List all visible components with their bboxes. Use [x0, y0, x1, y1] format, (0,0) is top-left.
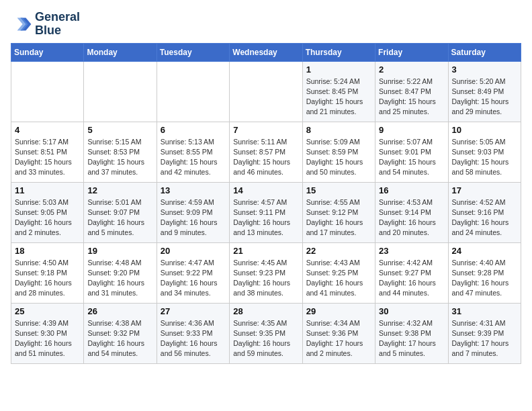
- page-header: General Blue: [11, 11, 521, 38]
- calendar-cell: 18Sunrise: 4:50 AM Sunset: 9:18 PM Dayli…: [11, 242, 84, 303]
- calendar-cell: 5Sunrise: 5:15 AM Sunset: 8:53 PM Daylig…: [84, 122, 157, 182]
- day-info: Sunrise: 5:13 AM Sunset: 8:55 PM Dayligh…: [161, 137, 226, 178]
- day-info: Sunrise: 4:43 AM Sunset: 9:25 PM Dayligh…: [306, 258, 371, 299]
- day-number: 30: [379, 306, 444, 316]
- calendar-cell: 27Sunrise: 4:36 AM Sunset: 9:33 PM Dayli…: [157, 303, 229, 363]
- day-info: Sunrise: 4:36 AM Sunset: 9:33 PM Dayligh…: [161, 318, 226, 359]
- day-header-friday: Friday: [375, 43, 448, 61]
- day-number: 24: [452, 246, 517, 256]
- day-number: 4: [15, 125, 80, 135]
- calendar-cell: 17Sunrise: 4:52 AM Sunset: 9:16 PM Dayli…: [448, 182, 521, 242]
- day-info: Sunrise: 4:34 AM Sunset: 9:36 PM Dayligh…: [306, 318, 371, 359]
- calendar-week-row: 1Sunrise: 5:24 AM Sunset: 8:45 PM Daylig…: [11, 61, 521, 122]
- calendar-header-row: SundayMondayTuesdayWednesdayThursdayFrid…: [11, 43, 521, 61]
- day-number: 15: [306, 185, 371, 195]
- calendar-cell: 29Sunrise: 4:34 AM Sunset: 9:36 PM Dayli…: [302, 303, 375, 363]
- day-number: 26: [87, 306, 152, 316]
- calendar-week-row: 18Sunrise: 4:50 AM Sunset: 9:18 PM Dayli…: [11, 242, 521, 303]
- calendar-cell: 7Sunrise: 5:11 AM Sunset: 8:57 PM Daylig…: [230, 122, 302, 182]
- day-info: Sunrise: 5:05 AM Sunset: 9:03 PM Dayligh…: [452, 137, 517, 178]
- day-info: Sunrise: 5:22 AM Sunset: 8:47 PM Dayligh…: [379, 77, 444, 118]
- day-info: Sunrise: 4:42 AM Sunset: 9:27 PM Dayligh…: [379, 258, 444, 299]
- calendar-cell: 28Sunrise: 4:35 AM Sunset: 9:35 PM Dayli…: [230, 303, 302, 363]
- day-number: 11: [15, 185, 80, 195]
- day-number: 27: [161, 306, 226, 316]
- calendar-table: SundayMondayTuesdayWednesdayThursdayFrid…: [11, 43, 521, 364]
- day-info: Sunrise: 4:52 AM Sunset: 9:16 PM Dayligh…: [452, 197, 517, 238]
- calendar-cell: 19Sunrise: 4:48 AM Sunset: 9:20 PM Dayli…: [84, 242, 157, 303]
- calendar-week-row: 4Sunrise: 5:17 AM Sunset: 8:51 PM Daylig…: [11, 122, 521, 182]
- calendar-cell: [84, 61, 157, 122]
- day-info: Sunrise: 5:11 AM Sunset: 8:57 PM Dayligh…: [233, 137, 298, 178]
- day-header-tuesday: Tuesday: [157, 43, 229, 61]
- logo-text: General Blue: [35, 11, 80, 38]
- calendar-cell: 11Sunrise: 5:03 AM Sunset: 9:05 PM Dayli…: [11, 182, 84, 242]
- day-number: 10: [452, 125, 517, 135]
- day-header-monday: Monday: [84, 43, 157, 61]
- day-info: Sunrise: 5:20 AM Sunset: 8:49 PM Dayligh…: [452, 77, 517, 118]
- calendar-cell: 26Sunrise: 4:38 AM Sunset: 9:32 PM Dayli…: [84, 303, 157, 363]
- calendar-cell: 4Sunrise: 5:17 AM Sunset: 8:51 PM Daylig…: [11, 122, 84, 182]
- calendar-cell: 31Sunrise: 4:31 AM Sunset: 9:39 PM Dayli…: [448, 303, 521, 363]
- day-info: Sunrise: 5:17 AM Sunset: 8:51 PM Dayligh…: [15, 137, 80, 178]
- day-info: Sunrise: 5:01 AM Sunset: 9:07 PM Dayligh…: [87, 197, 152, 238]
- calendar-cell: [11, 61, 84, 122]
- calendar-cell: 12Sunrise: 5:01 AM Sunset: 9:07 PM Dayli…: [84, 182, 157, 242]
- day-number: 1: [306, 64, 371, 75]
- day-number: 6: [161, 125, 226, 135]
- calendar-cell: 9Sunrise: 5:07 AM Sunset: 9:01 PM Daylig…: [375, 122, 448, 182]
- day-header-thursday: Thursday: [302, 43, 375, 61]
- day-number: 22: [306, 246, 371, 256]
- day-info: Sunrise: 4:38 AM Sunset: 9:32 PM Dayligh…: [87, 318, 152, 359]
- day-number: 28: [233, 306, 298, 316]
- calendar-cell: 14Sunrise: 4:57 AM Sunset: 9:11 PM Dayli…: [230, 182, 302, 242]
- day-number: 3: [452, 64, 517, 75]
- calendar-cell: 10Sunrise: 5:05 AM Sunset: 9:03 PM Dayli…: [448, 122, 521, 182]
- calendar-cell: [157, 61, 229, 122]
- calendar-cell: [230, 61, 302, 122]
- logo-icon: [11, 13, 32, 35]
- day-number: 20: [161, 246, 226, 256]
- day-header-saturday: Saturday: [448, 43, 521, 61]
- day-info: Sunrise: 4:53 AM Sunset: 9:14 PM Dayligh…: [379, 197, 444, 238]
- day-info: Sunrise: 5:24 AM Sunset: 8:45 PM Dayligh…: [306, 77, 371, 118]
- day-info: Sunrise: 4:45 AM Sunset: 9:23 PM Dayligh…: [233, 258, 298, 299]
- day-number: 16: [379, 185, 444, 195]
- calendar-cell: 3Sunrise: 5:20 AM Sunset: 8:49 PM Daylig…: [448, 61, 521, 122]
- calendar-week-row: 11Sunrise: 5:03 AM Sunset: 9:05 PM Dayli…: [11, 182, 521, 242]
- day-info: Sunrise: 4:31 AM Sunset: 9:39 PM Dayligh…: [452, 318, 517, 359]
- day-info: Sunrise: 4:47 AM Sunset: 9:22 PM Dayligh…: [161, 258, 226, 299]
- day-number: 21: [233, 246, 298, 256]
- calendar-cell: 24Sunrise: 4:40 AM Sunset: 9:28 PM Dayli…: [448, 242, 521, 303]
- calendar-cell: 23Sunrise: 4:42 AM Sunset: 9:27 PM Dayli…: [375, 242, 448, 303]
- calendar-cell: 1Sunrise: 5:24 AM Sunset: 8:45 PM Daylig…: [302, 61, 375, 122]
- day-header-sunday: Sunday: [11, 43, 84, 61]
- day-info: Sunrise: 4:55 AM Sunset: 9:12 PM Dayligh…: [306, 197, 371, 238]
- calendar-cell: 20Sunrise: 4:47 AM Sunset: 9:22 PM Dayli…: [157, 242, 229, 303]
- day-number: 9: [379, 125, 444, 135]
- logo: General Blue: [11, 11, 80, 38]
- calendar-week-row: 25Sunrise: 4:39 AM Sunset: 9:30 PM Dayli…: [11, 303, 521, 363]
- calendar-cell: 22Sunrise: 4:43 AM Sunset: 9:25 PM Dayli…: [302, 242, 375, 303]
- calendar-cell: 6Sunrise: 5:13 AM Sunset: 8:55 PM Daylig…: [157, 122, 229, 182]
- day-info: Sunrise: 4:40 AM Sunset: 9:28 PM Dayligh…: [452, 258, 517, 299]
- calendar-cell: 2Sunrise: 5:22 AM Sunset: 8:47 PM Daylig…: [375, 61, 448, 122]
- day-info: Sunrise: 4:48 AM Sunset: 9:20 PM Dayligh…: [87, 258, 152, 299]
- day-number: 12: [87, 185, 152, 195]
- day-number: 8: [306, 125, 371, 135]
- day-number: 2: [379, 64, 444, 75]
- calendar-cell: 15Sunrise: 4:55 AM Sunset: 9:12 PM Dayli…: [302, 182, 375, 242]
- day-number: 7: [233, 125, 298, 135]
- day-number: 14: [233, 185, 298, 195]
- day-info: Sunrise: 4:32 AM Sunset: 9:38 PM Dayligh…: [379, 318, 444, 359]
- day-number: 23: [379, 246, 444, 256]
- day-header-wednesday: Wednesday: [230, 43, 302, 61]
- day-number: 13: [161, 185, 226, 195]
- day-number: 29: [306, 306, 371, 316]
- day-number: 18: [15, 246, 80, 256]
- calendar-cell: 30Sunrise: 4:32 AM Sunset: 9:38 PM Dayli…: [375, 303, 448, 363]
- day-number: 5: [87, 125, 152, 135]
- day-info: Sunrise: 5:15 AM Sunset: 8:53 PM Dayligh…: [87, 137, 152, 178]
- calendar-cell: 13Sunrise: 4:59 AM Sunset: 9:09 PM Dayli…: [157, 182, 229, 242]
- day-info: Sunrise: 4:35 AM Sunset: 9:35 PM Dayligh…: [233, 318, 298, 359]
